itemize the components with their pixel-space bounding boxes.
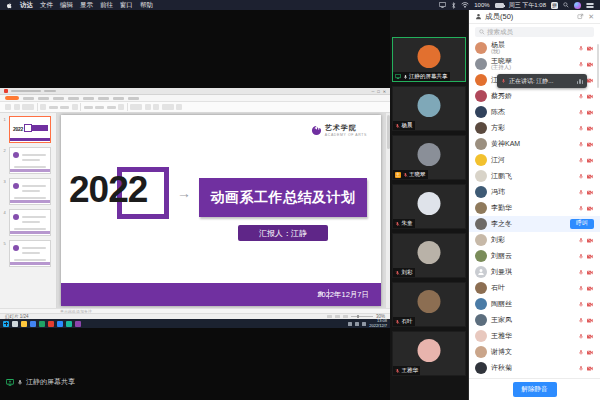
mic-muted-icon[interactable]	[578, 349, 584, 356]
member-row[interactable]: 蔡秀娇	[469, 88, 600, 104]
mic-muted-icon[interactable]	[578, 301, 584, 308]
mic-muted-icon	[395, 319, 400, 325]
menubar-item[interactable]: 文件	[40, 1, 53, 10]
camera-off-icon[interactable]	[586, 365, 594, 371]
mic-muted-icon[interactable]	[578, 253, 584, 260]
control-center-icon[interactable]	[586, 2, 594, 8]
member-name: 许秋菊	[491, 364, 512, 371]
unmute-button[interactable]: 解除静音	[513, 382, 557, 397]
member-row[interactable]: 刘彩	[469, 232, 600, 248]
camera-off-icon[interactable]	[586, 349, 594, 355]
tile-label: 刘彩	[393, 268, 415, 277]
call-button[interactable]: 呼叫	[570, 219, 594, 229]
camera-off-icon[interactable]	[586, 173, 594, 179]
mic-muted-icon[interactable]	[578, 317, 584, 324]
mic-muted-icon[interactable]	[578, 285, 584, 292]
camera-off-icon[interactable]	[586, 157, 594, 163]
camera-off-icon[interactable]	[586, 189, 594, 195]
camera-off-icon[interactable]	[586, 141, 594, 147]
member-row[interactable]: 刘曼琪	[469, 264, 600, 280]
camera-off-icon[interactable]	[586, 333, 594, 339]
avatar	[475, 90, 487, 102]
slide-title: 动画系工作总结及计划	[211, 189, 356, 207]
member-row[interactable]: 李勤华	[469, 200, 600, 216]
member-row[interactable]: 王雅华	[469, 328, 600, 344]
camera-off-icon[interactable]	[586, 317, 594, 323]
menubar-item[interactable]: 访达	[20, 1, 33, 10]
camera-off-icon[interactable]	[586, 45, 594, 51]
member-row[interactable]: 江鹏飞	[469, 168, 600, 184]
camera-off-icon[interactable]	[586, 237, 594, 243]
camera-off-icon[interactable]	[586, 61, 594, 67]
taskbar-app-icon	[3, 321, 9, 327]
camera-off-icon[interactable]	[586, 77, 594, 83]
member-row[interactable]: 许秋菊	[469, 360, 600, 376]
menubar-item[interactable]: 帮助	[140, 1, 153, 10]
mic-muted-icon[interactable]	[578, 61, 584, 68]
apple-logo-icon[interactable]	[6, 2, 13, 9]
member-row[interactable]: 方彩	[469, 120, 600, 136]
spotlight-icon[interactable]	[563, 2, 569, 8]
mic-muted-icon[interactable]	[578, 237, 584, 244]
member-row[interactable]: 王家凤	[469, 312, 600, 328]
member-row[interactable]: 李之冬 呼叫	[469, 216, 600, 232]
camera-off-icon[interactable]	[586, 269, 594, 275]
video-tile[interactable]: 杨晨	[392, 86, 466, 131]
menubar-item[interactable]: 编辑	[60, 1, 73, 10]
member-name: 刘丽云	[491, 252, 512, 259]
member-row[interactable]: 谢博文	[469, 344, 600, 360]
mic-muted-icon[interactable]	[578, 109, 584, 116]
popout-icon[interactable]	[577, 13, 584, 20]
video-tile[interactable]: 刘彩	[392, 233, 466, 278]
wifi-icon[interactable]	[461, 2, 469, 8]
display-icon[interactable]	[439, 2, 446, 8]
camera-off-icon[interactable]	[586, 205, 594, 211]
mic-muted-icon[interactable]	[578, 141, 584, 148]
menubar-item[interactable]: 窗口	[120, 1, 133, 10]
member-row[interactable]: 黄神KAM	[469, 136, 600, 152]
camera-off-icon[interactable]	[586, 109, 594, 115]
mic-muted-icon[interactable]	[578, 189, 584, 196]
mic-muted-icon[interactable]	[578, 365, 584, 372]
member-name: 蔡秀娇	[491, 92, 512, 99]
battery-icon[interactable]	[495, 3, 504, 8]
video-tile[interactable]: 江静的屏幕共享	[392, 37, 466, 82]
member-row[interactable]: 刘丽云	[469, 248, 600, 264]
camera-off-icon[interactable]	[586, 285, 594, 291]
video-tile[interactable]: 朱童	[392, 184, 466, 229]
video-tile[interactable]: 石叶	[392, 282, 466, 327]
menubar-item[interactable]: 显示	[80, 1, 93, 10]
close-panel-icon[interactable]: ✕	[588, 13, 594, 21]
list-scrollbar[interactable]	[597, 44, 600, 88]
member-row[interactable]: 陶丽丝	[469, 296, 600, 312]
mic-muted-icon[interactable]	[578, 205, 584, 212]
member-row[interactable]: 石叶	[469, 280, 600, 296]
member-row[interactable]: 陈杰	[469, 104, 600, 120]
mic-muted-icon[interactable]	[578, 157, 584, 164]
search-input[interactable]: 搜索成员	[475, 27, 594, 37]
ribbon-button	[176, 104, 182, 110]
member-list[interactable]: 正在讲话: 江静... 杨晨 (我)	[469, 40, 600, 378]
input-method-icon[interactable]: 拼	[551, 2, 558, 9]
taskbar-app-icon	[39, 321, 45, 327]
mic-muted-icon[interactable]	[578, 269, 584, 276]
mic-muted-icon[interactable]	[578, 125, 584, 132]
mic-muted-icon[interactable]	[578, 45, 584, 52]
mic-muted-icon[interactable]	[578, 333, 584, 340]
member-row[interactable]: 冯玮	[469, 184, 600, 200]
member-row[interactable]: 王晓翠 (主持人)	[469, 56, 600, 72]
camera-off-icon[interactable]	[586, 93, 594, 99]
siri-icon[interactable]	[574, 2, 581, 9]
bluetooth-icon[interactable]	[451, 2, 456, 9]
mic-muted-icon[interactable]	[578, 93, 584, 100]
menubar-clock[interactable]: 周三 下午1:08	[509, 1, 546, 10]
member-row[interactable]: 杨晨 (我)	[469, 40, 600, 56]
video-tile[interactable]: 王雅华	[392, 331, 466, 376]
menubar-item[interactable]: 前往	[100, 1, 113, 10]
camera-off-icon[interactable]	[586, 301, 594, 307]
camera-off-icon[interactable]	[586, 125, 594, 131]
member-row[interactable]: 江河	[469, 152, 600, 168]
mic-muted-icon[interactable]	[578, 173, 584, 180]
video-tile[interactable]: 主 王晓翠	[392, 135, 466, 180]
camera-off-icon[interactable]	[586, 253, 594, 259]
